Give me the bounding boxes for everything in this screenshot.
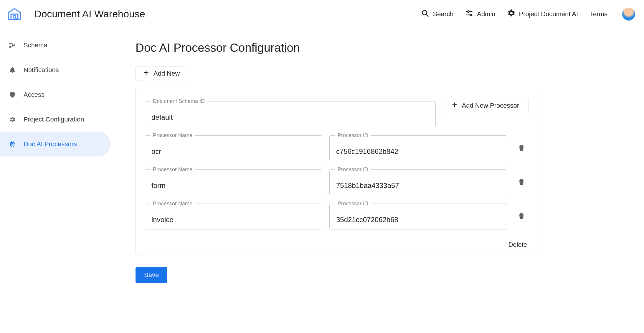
processor-id-field: Processor ID bbox=[329, 204, 507, 229]
sidebar-item-label: Project Configuration bbox=[24, 116, 84, 123]
processor-id-input[interactable] bbox=[329, 169, 507, 195]
app-header: Document AI Warehouse Search Admin bbox=[0, 0, 644, 28]
search-action[interactable]: Search bbox=[421, 9, 453, 19]
processor-name-label: Processor Name bbox=[151, 166, 195, 173]
processor-id-field: Processor ID bbox=[329, 169, 507, 195]
trash-icon bbox=[517, 178, 526, 187]
sidebar-item-schema[interactable]: Schema bbox=[0, 33, 111, 58]
trash-icon bbox=[517, 212, 526, 221]
svg-point-6 bbox=[468, 11, 469, 12]
processor-name-field: Processor Name bbox=[145, 204, 322, 229]
sidebar-item-label: Doc AI Processors bbox=[24, 140, 77, 148]
project-action[interactable]: Project Document AI bbox=[507, 9, 578, 19]
schema-id-field: Document Schema ID bbox=[145, 101, 436, 127]
delete-processor-button[interactable] bbox=[514, 144, 529, 153]
main-content: Doc AI Processor Configuration Add New D… bbox=[112, 28, 644, 333]
search-icon bbox=[421, 9, 429, 19]
processor-name-input[interactable] bbox=[145, 204, 322, 229]
gear-icon bbox=[507, 9, 516, 19]
processor-id-input[interactable] bbox=[329, 135, 507, 161]
delete-processor-button[interactable] bbox=[514, 178, 529, 187]
processor-id-input[interactable] bbox=[329, 204, 507, 229]
processor-row: Processor Name Processor ID bbox=[145, 199, 529, 229]
save-button[interactable]: Save bbox=[136, 267, 167, 283]
svg-line-4 bbox=[427, 14, 428, 16]
schema-icon bbox=[8, 42, 16, 49]
processor-name-input[interactable] bbox=[145, 135, 322, 161]
shield-plus-icon bbox=[8, 91, 16, 98]
add-new-button[interactable]: Add New bbox=[136, 66, 187, 81]
svg-rect-13 bbox=[12, 144, 13, 145]
processor-id-label: Processor ID bbox=[335, 132, 371, 139]
sidebar-item-label: Notifications bbox=[24, 66, 59, 74]
schema-id-label: Document Schema ID bbox=[151, 98, 207, 104]
sidebar-item-label: Access bbox=[24, 91, 44, 99]
svg-rect-10 bbox=[9, 46, 11, 48]
page-title: Doc AI Processor Configuration bbox=[136, 41, 538, 54]
processor-id-label: Processor ID bbox=[335, 166, 371, 173]
tune-icon bbox=[465, 9, 473, 19]
processor-id-label: Processor ID bbox=[335, 201, 371, 207]
admin-action[interactable]: Admin bbox=[465, 9, 495, 19]
plus-icon bbox=[451, 101, 458, 110]
terms-label: Terms bbox=[590, 10, 607, 18]
delete-card-button[interactable]: Delete bbox=[506, 241, 529, 249]
processor-name-input[interactable] bbox=[145, 169, 322, 195]
project-label: Project Document AI bbox=[519, 10, 578, 18]
processor-name-label: Processor Name bbox=[151, 201, 195, 207]
processor-config-card: Document Schema ID Add New Processor Pro… bbox=[136, 88, 538, 255]
sidebar: Schema Notifications Access Project Conf… bbox=[0, 28, 112, 333]
sidebar-item-notifications[interactable]: Notifications bbox=[0, 58, 111, 82]
search-label: Search bbox=[433, 10, 453, 18]
delete-processor-button[interactable] bbox=[514, 212, 529, 221]
svg-point-1 bbox=[13, 15, 16, 18]
warehouse-logo-icon bbox=[5, 5, 24, 23]
logo-wrap: Document AI Warehouse bbox=[5, 5, 145, 23]
svg-rect-9 bbox=[9, 43, 11, 44]
gear-icon bbox=[8, 116, 16, 123]
processor-name-field: Processor Name bbox=[145, 135, 322, 161]
svg-rect-11 bbox=[14, 44, 15, 46]
plus-icon bbox=[143, 69, 149, 78]
terms-action[interactable]: Terms bbox=[590, 10, 607, 18]
add-new-processor-button[interactable]: Add New Processor bbox=[442, 97, 529, 114]
processor-name-field: Processor Name bbox=[145, 169, 322, 195]
sidebar-item-label: Schema bbox=[24, 41, 47, 49]
processor-name-label: Processor Name bbox=[151, 132, 195, 139]
add-new-processor-label: Add New Processor bbox=[462, 102, 519, 109]
svg-line-2 bbox=[16, 18, 17, 19]
processor-row: Processor Name Processor ID bbox=[145, 165, 529, 195]
bell-icon bbox=[8, 66, 16, 74]
schema-id-input[interactable] bbox=[145, 101, 436, 127]
sidebar-item-project-config[interactable]: Project Configuration bbox=[0, 107, 111, 132]
trash-icon bbox=[517, 144, 526, 153]
sidebar-item-doc-ai-processors[interactable]: Doc AI Processors bbox=[0, 132, 111, 156]
chip-icon bbox=[8, 141, 16, 148]
svg-rect-12 bbox=[11, 142, 14, 146]
admin-label: Admin bbox=[477, 10, 495, 18]
user-avatar[interactable] bbox=[622, 8, 635, 21]
svg-point-8 bbox=[470, 14, 471, 16]
processor-id-field: Processor ID bbox=[329, 135, 507, 161]
processor-row: Processor Name Processor ID bbox=[145, 131, 529, 161]
app-title: Document AI Warehouse bbox=[34, 8, 145, 20]
sidebar-item-access[interactable]: Access bbox=[0, 82, 111, 107]
header-actions: Search Admin Project Document AI Terms bbox=[421, 8, 635, 21]
add-new-label: Add New bbox=[153, 70, 180, 77]
